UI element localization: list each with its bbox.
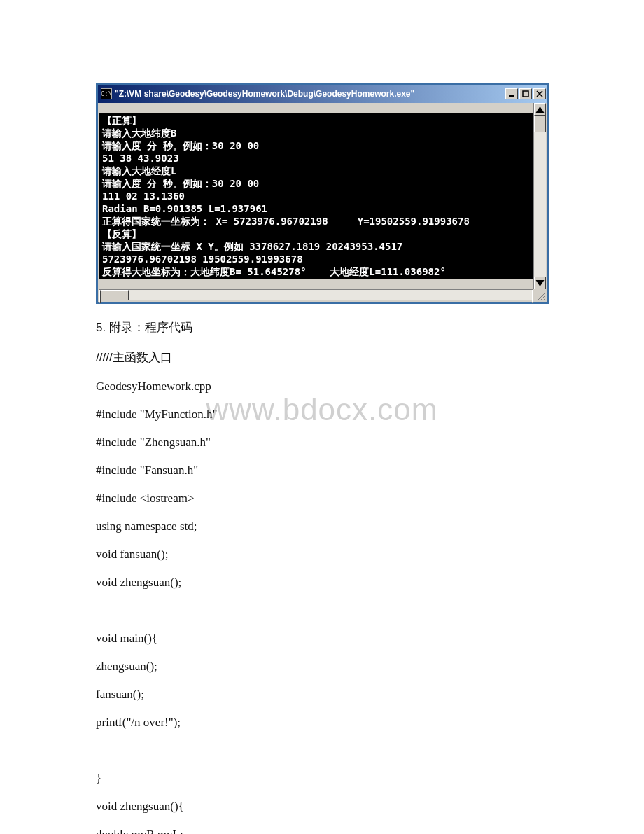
code-line: void zhengsuan(); (96, 576, 548, 590)
close-button[interactable] (533, 88, 546, 99)
code-line: fansuan(); (96, 688, 548, 702)
window-title: "Z:\VM share\Geodesy\GeodesyHomework\Deb… (115, 89, 505, 99)
scroll-up-button[interactable] (534, 103, 546, 116)
resize-grip[interactable] (533, 289, 546, 302)
svg-marker-4 (536, 106, 545, 113)
code-line: using namespace std; (96, 520, 548, 534)
vertical-scrollbar[interactable] (533, 103, 546, 289)
code-comment: /////主函数入口 (96, 349, 548, 366)
horizontal-thumb[interactable] (101, 290, 129, 300)
maximize-button[interactable] (519, 88, 532, 99)
code-line: #include "Zhengsuan.h" (96, 436, 548, 450)
code-line: void fansuan(); (96, 548, 548, 562)
svg-marker-5 (536, 280, 545, 286)
code-line: zhengsuan(); (96, 660, 548, 674)
console-output: 【正算】 请输入大地纬度B 请输入度 分 秒。例如：30 20 00 51 38… (99, 113, 533, 279)
code-line: #include "MyFunction.h" (96, 408, 548, 422)
svg-rect-0 (509, 95, 514, 97)
code-line: void main(){ (96, 632, 548, 646)
code-line: printf("/n over!"); (96, 716, 548, 730)
section-heading: 5. 附录：程序代码 (96, 319, 548, 335)
document-body: 5. 附录：程序代码 /////主函数入口 GeodesyHomework.cp… (96, 319, 548, 834)
horizontal-track[interactable] (101, 290, 532, 300)
horizontal-scrollbar[interactable] (99, 289, 533, 300)
code-line: void zhengsuan(){ (96, 800, 548, 814)
svg-line-10 (543, 299, 545, 300)
svg-rect-1 (523, 91, 528, 97)
vertical-track[interactable] (534, 116, 546, 277)
code-line (96, 604, 548, 618)
minimize-button[interactable] (505, 88, 518, 99)
vertical-thumb[interactable] (534, 116, 546, 132)
app-icon: C:\ (101, 88, 112, 99)
code-line: double myB,myL; (96, 828, 548, 834)
console-window: C:\ "Z:\VM share\Geodesy\GeodesyHomework… (96, 83, 550, 304)
scroll-down-button[interactable] (534, 277, 546, 289)
code-line: #include <iostream> (96, 492, 548, 506)
code-line (96, 744, 548, 758)
titlebar: C:\ "Z:\VM share\Geodesy\GeodesyHomework… (98, 85, 547, 103)
filename-line: GeodesyHomework.cpp (96, 380, 548, 394)
code-line: #include "Fansuan.h" (96, 464, 548, 478)
code-line: } (96, 772, 548, 786)
